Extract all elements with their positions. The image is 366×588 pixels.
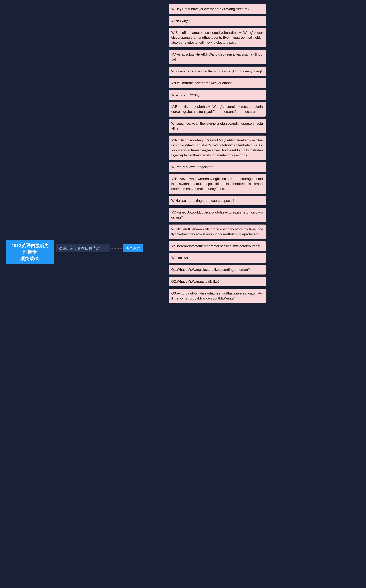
card-17: W:Ican'twaitto! [169,253,266,263]
card-8: M:Err....ItisnoddoubtthatMr.Wang'slectur… [169,102,266,117]
welcome-text: 欢迎进入：更多信息请访问： [56,244,110,252]
card-14: M:Youbet!Sowouldyouliketogotohislecturew… [169,208,266,222]
card-11: W:Really?Howstrangeisthat! [169,162,266,172]
card-5: W:Iguesshemustbeagentlemanandisverykinda… [169,66,266,76]
card-19: Q2.WhatisMr.Wangactuallylike? [169,277,266,286]
dashed-connector [111,248,122,249]
card-16: M:Therearelotsofothercharacteristicsinhi… [169,241,266,251]
center-node: 2013英语四级听力理解专 项突破(3) [6,240,54,264]
card-12: M:However,whenwearehavinghislecture,heen… [169,174,266,193]
card-2: M:Yes,why? [169,16,266,26]
audio-tag[interactable]: 听力原文 [123,244,143,252]
card-15: W:I'dloveto!I'vebeenwaitingforsuchachanc… [169,225,266,239]
card-10: M:No,itisnotlikewhatyou'vesaid.MaybeIdid… [169,136,266,160]
card-20: Q3.Accordingtowhatissaidattheendofthisco… [169,289,266,303]
card-18: Q1.WhatisMr.Wang'slecturelikeaccordingto… [169,265,266,274]
card-9: W:Isee...Ireallycan'tbelieveheisnotanice… [169,119,266,133]
card-3: W:SinceIfirstcametothiscollege,I'veheard… [169,28,266,47]
card-6: M:Oh,I'mafraidIcan'tagreewithyouonthat. [169,78,266,88]
card-13: W:Heissointerestingand,ofcourse,special! [169,196,266,206]
card-4: M:Yes,absolutelytrue!Mr.Wang'slectureisa… [169,50,266,64]
card-1: W:Hey,Peter,haveyoueverbeentoMr.Wang'sle… [169,4,266,14]
card-7: W:Why?AmIwrong? [169,90,266,100]
welcome-bar: 欢迎进入：更多信息请访问： 听力原文 [56,244,143,252]
cards-container: W:Hey,Peter,haveyoueverbeentoMr.Wang'sle… [169,4,266,312]
